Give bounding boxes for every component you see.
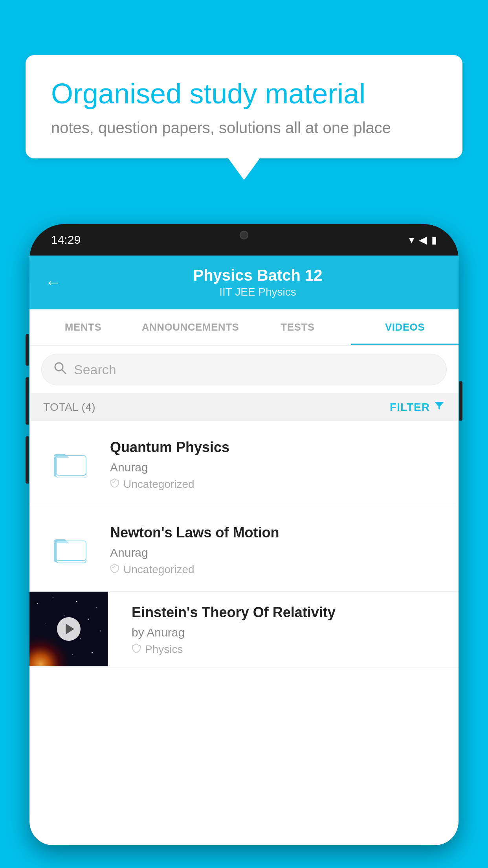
svg-point-20: [72, 654, 73, 655]
tab-videos[interactable]: VIDEOS: [351, 309, 459, 345]
search-placeholder: Search: [74, 362, 116, 377]
list-item[interactable]: Quantum Physics Anurag Uncategorized: [29, 421, 459, 506]
video-author: Anurag: [110, 461, 445, 474]
play-triangle-icon: [66, 623, 74, 634]
filter-button[interactable]: FILTER: [390, 400, 445, 414]
svg-point-18: [80, 638, 81, 639]
video-title: Quantum Physics: [110, 438, 445, 457]
folder-icon: [53, 448, 88, 479]
tag-icon: [110, 478, 119, 490]
search-bar[interactable]: Search: [41, 354, 447, 385]
video-title: Newton's Laws of Motion: [110, 524, 445, 542]
app-screen: ← Physics Batch 12 IIT JEE Physics MENTS…: [29, 256, 459, 845]
svg-point-21: [92, 652, 93, 653]
wifi-icon: ▾: [409, 234, 414, 246]
camera-dot: [240, 231, 248, 239]
speech-bubble-arrow: [228, 158, 260, 180]
svg-point-19: [100, 631, 101, 632]
phone-side-button-2: [26, 377, 29, 425]
speech-bubble-wrapper: Organised study material notes, question…: [26, 55, 462, 180]
video-info: Newton's Laws of Motion Anurag Uncategor…: [110, 521, 445, 576]
status-time: 14:29: [51, 233, 81, 246]
folder-icon: [53, 533, 88, 565]
notch: [201, 224, 287, 246]
tag-label: Physics: [145, 643, 183, 656]
speech-bubble: Organised study material notes, question…: [26, 55, 462, 158]
tab-ments[interactable]: MENTS: [29, 309, 137, 345]
phone-side-power-button: [459, 381, 462, 421]
svg-point-10: [37, 603, 38, 604]
header-title: Physics Batch 12: [73, 267, 443, 284]
folder-icon-wrapper: [43, 521, 98, 576]
tabs-bar: MENTS ANNOUNCEMENTS TESTS VIDEOS: [29, 309, 459, 346]
svg-point-14: [64, 615, 65, 616]
tag-label: Uncategorized: [123, 563, 194, 576]
filter-funnel-icon: [434, 400, 445, 414]
video-tag: Uncategorized: [110, 563, 445, 576]
video-author: by Anurag: [132, 626, 447, 639]
video-thumbnail: [29, 592, 108, 666]
thumbnail-image: [29, 592, 108, 666]
svg-point-13: [96, 607, 97, 608]
video-list: Quantum Physics Anurag Uncategorized: [29, 421, 459, 668]
video-info: Quantum Physics Anurag Uncategorized: [110, 436, 445, 491]
video-author: Anurag: [110, 546, 445, 559]
tag-label: Uncategorized: [123, 478, 194, 491]
svg-rect-5: [56, 456, 86, 475]
status-bar: 14:29 ▾ ◀ ▮: [29, 224, 459, 256]
phone-wrapper: 14:29 ▾ ◀ ▮ ← Physics Batch 12 IIT JEE P…: [29, 224, 459, 868]
svg-point-15: [88, 619, 89, 620]
video-tag: Uncategorized: [110, 478, 445, 491]
list-item[interactable]: Einstein's Theory Of Relativity by Anura…: [29, 592, 459, 668]
tab-announcements[interactable]: ANNOUNCEMENTS: [137, 309, 244, 345]
tag-icon: [132, 643, 141, 655]
filter-label: FILTER: [390, 401, 430, 414]
video-title: Einstein's Theory Of Relativity: [132, 603, 447, 622]
search-container: Search: [29, 346, 459, 393]
svg-rect-8: [56, 541, 86, 561]
svg-point-12: [76, 601, 77, 602]
header-subtitle: IIT JEE Physics: [73, 286, 443, 298]
phone-side-button-3: [26, 436, 29, 484]
video-tag: Physics: [132, 643, 447, 656]
speech-bubble-title: Organised study material: [51, 77, 437, 110]
battery-icon: ▮: [431, 234, 437, 246]
total-count: TOTAL (4): [43, 401, 95, 414]
play-button[interactable]: [57, 617, 81, 641]
tab-tests[interactable]: TESTS: [244, 309, 351, 345]
signal-icon: ◀: [419, 234, 427, 246]
header-title-block: Physics Batch 12 IIT JEE Physics: [73, 267, 443, 298]
svg-line-1: [62, 370, 66, 374]
back-button[interactable]: ←: [45, 274, 61, 291]
list-item[interactable]: Newton's Laws of Motion Anurag Uncategor…: [29, 506, 459, 592]
video-info: Einstein's Theory Of Relativity by Anura…: [120, 592, 459, 668]
folder-icon-wrapper: [43, 436, 98, 491]
status-icons: ▾ ◀ ▮: [409, 234, 437, 246]
phone-frame: 14:29 ▾ ◀ ▮ ← Physics Batch 12 IIT JEE P…: [29, 224, 459, 845]
svg-point-11: [53, 597, 53, 598]
phone-side-button-1: [26, 334, 29, 366]
tag-icon: [110, 563, 119, 576]
search-icon: [53, 361, 67, 378]
speech-bubble-subtitle: notes, question papers, solutions all at…: [51, 119, 437, 137]
filter-bar: TOTAL (4) FILTER: [29, 393, 459, 421]
app-header: ← Physics Batch 12 IIT JEE Physics: [29, 256, 459, 309]
